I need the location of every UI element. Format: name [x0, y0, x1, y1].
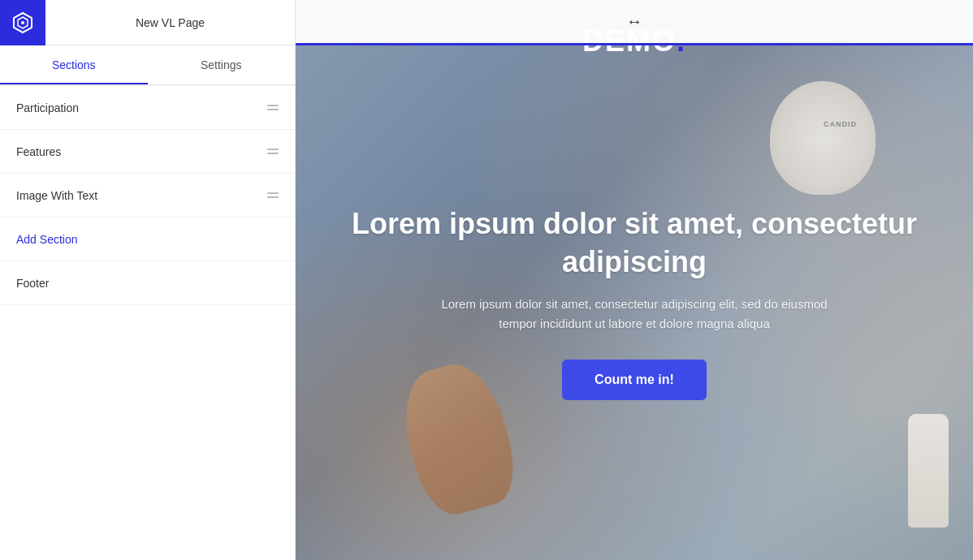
tab-sections[interactable]: Sections — [0, 45, 148, 84]
section-label: Image With Text — [16, 189, 97, 202]
add-section-label: Add Section — [16, 233, 78, 246]
app-logo[interactable] — [0, 0, 45, 45]
tab-bar: Sections Settings — [0, 45, 295, 85]
top-bar: ↔ — [296, 0, 973, 45]
section-list: Participation Features Image With Text A… — [0, 86, 295, 560]
hero-title: Lorem ipsum dolor sit amet, consectetur … — [312, 205, 957, 282]
drag-handle[interactable] — [267, 192, 279, 198]
add-section-button[interactable]: Add Section — [0, 218, 295, 261]
logo-icon — [11, 11, 34, 34]
hero-subtitle: Lorem ipsum dolor sit amet, consectetur … — [423, 295, 845, 334]
resize-icon[interactable]: ↔ — [626, 12, 642, 31]
page-title: New VL Page — [45, 16, 295, 29]
section-item-image-with-text[interactable]: Image With Text — [0, 174, 295, 218]
tab-settings[interactable]: Settings — [148, 45, 296, 84]
drag-handle[interactable] — [267, 105, 279, 110]
section-item-participation[interactable]: Participation — [0, 86, 295, 130]
section-label: Features — [16, 145, 61, 158]
hero-content: Lorem ipsum dolor sit amet, consectetur … — [296, 45, 973, 560]
section-item-features[interactable]: Features — [0, 130, 295, 174]
cta-button[interactable]: Count me in! — [562, 360, 707, 400]
footer-label: Footer — [16, 277, 49, 290]
sidebar-header: New VL Page — [0, 0, 295, 45]
drag-handle[interactable] — [267, 149, 279, 154]
sidebar: New VL Page Sections Settings Participat… — [0, 0, 296, 560]
main-preview: ↔ CANDID DEMO. Lorem ipsum dolor sit ame… — [296, 0, 973, 560]
svg-point-2 — [21, 21, 24, 24]
section-label: Participation — [16, 101, 79, 114]
footer-item[interactable]: Footer — [0, 261, 295, 305]
